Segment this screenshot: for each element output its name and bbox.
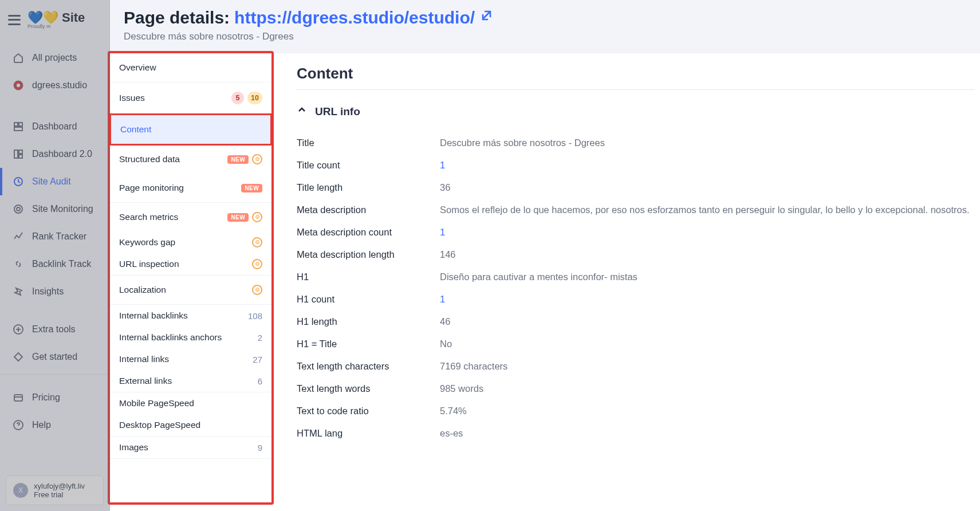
row-meta-desc: Meta description Somos el reflejo de lo … xyxy=(297,199,974,221)
row-key: HTML lang xyxy=(297,428,440,439)
sidebar-bottom: Pricing Help xyxy=(0,384,109,439)
tab-label: External links xyxy=(119,376,172,386)
row-val: 46 xyxy=(440,316,450,327)
sidebar-item-all-projects[interactable]: All projects xyxy=(0,44,109,72)
sidebar-item-pricing[interactable]: Pricing xyxy=(0,384,109,411)
tab-label: Content xyxy=(120,124,151,135)
row-text-chars: Text length characters 7169 characters xyxy=(297,355,974,378)
row-val[interactable]: 1 xyxy=(440,294,445,305)
metric-value: 2 xyxy=(258,333,262,343)
sidebar-tools: Extra tools Get started xyxy=(0,316,109,371)
sidebar-item-backlink[interactable]: Backlink Track xyxy=(0,250,109,278)
tab-label: Search metrics xyxy=(119,212,178,222)
row-val: 5.74% xyxy=(440,406,467,416)
sidebar-item-site-audit[interactable]: Site Audit xyxy=(0,168,109,195)
row-title-count: Title count 1 xyxy=(297,154,974,176)
sidebar-item-get-started[interactable]: Get started xyxy=(0,343,109,371)
user-card[interactable]: X xylufojy@lyft.liv Free trial xyxy=(6,475,104,505)
row-val: Descubre más sobre nosotros - Dgrees xyxy=(440,137,605,148)
row-html-lang: HTML lang es-es xyxy=(297,422,974,445)
tab-search-metrics[interactable]: Search metrics NEW xyxy=(110,203,271,231)
new-badge: NEW xyxy=(241,184,262,192)
sidebar-item-dashboard[interactable]: Dashboard xyxy=(0,113,109,140)
row-val: es-es xyxy=(440,428,463,439)
sidebar-item-project[interactable]: dgrees.studio xyxy=(0,72,109,99)
tabs-column: Overview Issues 5 10 Content Structured xyxy=(108,51,274,505)
sidebar-item-label: Rank Tracker xyxy=(32,231,86,242)
sidebar-item-label: Site Audit xyxy=(32,176,71,187)
tab-external-links[interactable]: External links 6 xyxy=(110,370,271,392)
hamburger-icon[interactable] xyxy=(8,15,21,25)
page-title-prefix: Page details: xyxy=(124,8,230,27)
sidebar-header: 💙💛Site Proudly m xyxy=(0,0,109,35)
sidebar-item-label: Get started xyxy=(32,352,77,362)
gear-icon xyxy=(252,285,262,295)
sidebar-item-label: Backlink Track xyxy=(32,259,91,269)
svg-point-1 xyxy=(17,84,21,88)
row-text-ratio: Text to code ratio 5.74% xyxy=(297,400,974,422)
sidebar-projects: All projects dgrees.studio xyxy=(0,44,109,99)
tab-label: Structured data xyxy=(119,154,180,164)
external-link-icon[interactable] xyxy=(479,8,494,27)
sidebar-item-monitoring[interactable]: Site Monitoring xyxy=(0,195,109,223)
row-text-words: Text length words 985 words xyxy=(297,378,974,400)
tab-label: Mobile PageSpeed xyxy=(119,398,194,408)
sidebar-item-help[interactable]: Help xyxy=(0,411,109,439)
sidebar-item-extra-tools[interactable]: Extra tools xyxy=(0,316,109,343)
tab-content[interactable]: Content xyxy=(109,113,272,146)
avatar: X xyxy=(13,483,28,498)
row-key: H1 length xyxy=(297,316,440,327)
page-title: Page details: https://dgrees.studio/estu… xyxy=(124,8,966,27)
sidebar-item-rank[interactable]: Rank Tracker xyxy=(0,223,109,250)
logo[interactable]: 💙💛Site Proudly m xyxy=(27,10,85,29)
tab-label: Desktop PageSpeed xyxy=(119,420,200,430)
tab-label: Page monitoring xyxy=(119,183,184,193)
row-val[interactable]: 1 xyxy=(440,227,445,238)
user-email: xylufojy@lyft.liv xyxy=(34,482,85,490)
tab-issues[interactable]: Issues 5 10 xyxy=(110,82,271,113)
section-toggle-url-info[interactable]: URL info xyxy=(297,100,974,123)
row-key: H1 = Title xyxy=(297,339,440,349)
new-badge: NEW xyxy=(227,213,249,222)
tab-page-monitoring[interactable]: Page monitoring NEW xyxy=(110,174,271,202)
gear-icon xyxy=(252,212,262,222)
tab-label: Overview xyxy=(119,62,156,73)
backlink-icon xyxy=(13,258,24,270)
main: Page details: https://dgrees.studio/estu… xyxy=(110,0,980,511)
tab-images[interactable]: Images 9 xyxy=(110,437,271,458)
gear-icon xyxy=(252,154,262,164)
tab-internal-backlinks-anchors[interactable]: Internal backlinks anchors 2 xyxy=(110,327,271,348)
tab-desktop-pagespeed[interactable]: Desktop PageSpeed xyxy=(110,414,271,436)
svg-rect-7 xyxy=(19,155,22,158)
sidebar-item-label: Dashboard 2.0 xyxy=(32,149,92,159)
tab-internal-backlinks[interactable]: Internal backlinks 108 xyxy=(110,305,271,327)
sidebar-item-insights[interactable]: Insights xyxy=(0,278,109,305)
sidebar-item-dashboard2[interactable]: Dashboard 2.0 xyxy=(0,140,109,168)
row-key: Text length words xyxy=(297,383,440,394)
tab-url-inspection[interactable]: URL inspection xyxy=(110,253,271,275)
tab-label: Internal links xyxy=(119,354,169,364)
sidebar-item-label: Pricing xyxy=(32,392,60,403)
metric-value: 27 xyxy=(253,355,262,364)
issues-yellow-badge: 10 xyxy=(247,92,262,104)
tab-structured-data[interactable]: Structured data NEW xyxy=(110,145,271,174)
row-val[interactable]: 1 xyxy=(440,160,445,171)
content-heading: Content xyxy=(297,65,974,82)
metric-value: 6 xyxy=(258,376,262,386)
tab-internal-links[interactable]: Internal links 27 xyxy=(110,348,271,370)
metric-value: 108 xyxy=(248,311,262,321)
row-val: 146 xyxy=(440,249,456,260)
row-key: Text length characters xyxy=(297,361,440,372)
tab-overview[interactable]: Overview xyxy=(110,53,271,82)
row-key: H1 count xyxy=(297,294,440,305)
sidebar-item-label: Help xyxy=(32,420,51,430)
page-subtitle: Descubre más sobre nosotros - Dgrees xyxy=(124,31,966,42)
tab-keywords-gap[interactable]: Keywords gap xyxy=(110,231,271,253)
metric-value: 9 xyxy=(258,443,262,453)
tab-mobile-pagespeed[interactable]: Mobile PageSpeed xyxy=(110,392,271,414)
row-key: Meta description count xyxy=(297,227,440,238)
row-key: Title xyxy=(297,137,440,148)
page-url-link[interactable]: https://dgrees.studio/estudio/ xyxy=(234,8,475,27)
row-key: Text to code ratio xyxy=(297,406,440,416)
tab-localization[interactable]: Localization xyxy=(110,276,271,304)
